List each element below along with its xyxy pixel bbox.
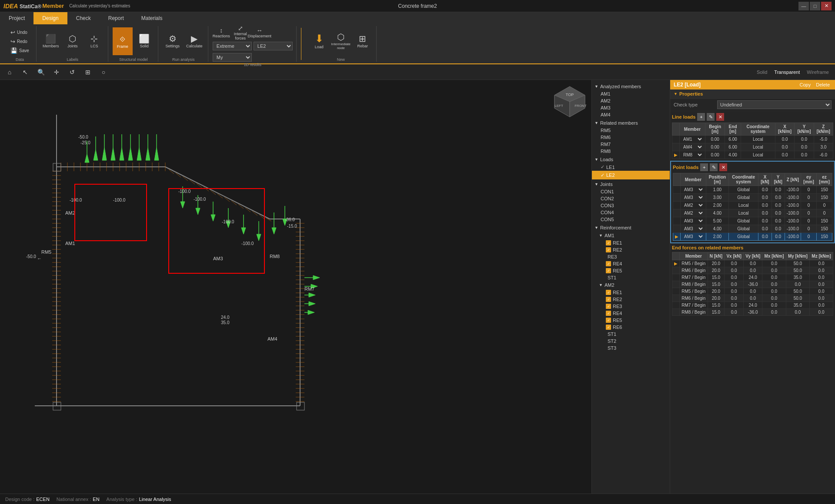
le2-dropdown[interactable]: LE2 (254, 42, 293, 50)
am1-st1[interactable]: ST1 (592, 274, 670, 281)
am1-re2[interactable]: ✓RE2 (592, 246, 670, 253)
redo-button[interactable]: ↪Redo (7, 37, 33, 46)
am2-re3[interactable]: ✓RE3 (592, 303, 670, 310)
save-button[interactable]: 💾Save (7, 46, 33, 55)
tree-item-con4[interactable]: CON4 (592, 209, 670, 216)
extreme-dropdown[interactable]: Extreme (213, 42, 252, 50)
point-loads-add-button[interactable]: + (700, 163, 708, 171)
expand-cell[interactable]: ▶ (672, 151, 680, 159)
am1-reinf-header[interactable]: ▼ AM1 (592, 232, 670, 239)
wireframe-view-button[interactable]: Wireframe (804, 69, 832, 76)
nav-cube[interactable]: TOP LEFT FRONT (552, 84, 587, 119)
tree-item-am2[interactable]: AM2 (592, 97, 670, 104)
member-select[interactable]: AM3 (682, 218, 704, 224)
member-select[interactable]: RM8 (681, 152, 703, 158)
am1-re4[interactable]: ✓RE4 (592, 260, 670, 267)
line-loads-add-button[interactable]: + (697, 113, 705, 121)
reinforcement-header[interactable]: ▼ Reinforcement (592, 224, 670, 232)
more-button[interactable]: ○ (97, 66, 110, 78)
undo-button[interactable]: ↩Undo (7, 28, 33, 36)
point-loads-edit-button[interactable]: ✎ (710, 163, 718, 171)
tree-item-am1[interactable]: AM1 (592, 90, 670, 97)
member-select[interactable]: AM4 (681, 144, 703, 150)
tab-design[interactable]: Design (33, 12, 67, 24)
members-button[interactable]: ⬛ Members (41, 27, 61, 55)
col-z: Z [kN] (785, 173, 801, 186)
structural-group-label: Structural model (119, 57, 148, 62)
maximize-button[interactable]: □ (810, 2, 820, 10)
fit-button[interactable]: ⊞ (82, 66, 94, 78)
am2-re1[interactable]: ✓RE1 (592, 289, 670, 296)
member-select[interactable]: AM2 (682, 202, 704, 208)
related-members-header[interactable]: ▼ Related members (592, 119, 670, 127)
tab-report[interactable]: Report (100, 12, 133, 24)
tree-item-con2[interactable]: CON2 (592, 195, 670, 202)
copy-button[interactable]: Copy (798, 82, 813, 87)
tab-materials[interactable]: Materials (133, 12, 171, 24)
loads-header[interactable]: ▼ Loads (592, 156, 670, 163)
tree-item-rm8[interactable]: RM8 (592, 148, 670, 155)
load-button[interactable]: ⬇ Load (309, 27, 329, 55)
joints-header[interactable]: ▼ Joints (592, 180, 670, 188)
tab-check[interactable]: Check (67, 12, 100, 24)
member-select[interactable]: AM3 (682, 234, 704, 239)
transparent-view-button[interactable]: Transparent (772, 69, 802, 76)
am2-re6[interactable]: ✓RE6 (592, 324, 670, 331)
tree-item-le1[interactable]: ✓ LE1 (592, 163, 670, 171)
line-loads-edit-button[interactable]: ✎ (707, 113, 715, 121)
calculate-button[interactable]: ▶ Calculate (184, 27, 204, 55)
solid-button[interactable]: ⬜ Solid (134, 27, 154, 55)
am1-re1[interactable]: ✓RE1 (592, 239, 670, 246)
zoom-button[interactable]: 🔍 (35, 66, 47, 78)
tree-item-con1[interactable]: CON1 (592, 188, 670, 195)
am2-st3[interactable]: ST3 (592, 345, 670, 351)
my-dropdown[interactable]: My (213, 53, 252, 62)
properties-section-title[interactable]: ▼ Properties (670, 90, 835, 99)
joints-button[interactable]: ⬡ Joints (63, 27, 83, 55)
home-button[interactable]: ⌂ (3, 66, 16, 78)
tree-item-le2[interactable]: ✓ LE2 ▶ (592, 171, 670, 179)
rebar-button[interactable]: ⊞ Rebar (353, 27, 373, 55)
cursor-button[interactable]: ↖ (19, 66, 31, 78)
frame-button[interactable]: ⟐ Frame (113, 27, 133, 55)
refresh-button[interactable]: ↺ (66, 66, 78, 78)
am2-st2[interactable]: ST2 (592, 338, 670, 345)
minimize-button[interactable]: — (798, 2, 809, 10)
line-loads-delete-button[interactable]: ✕ (716, 113, 724, 121)
analyzed-members-header[interactable]: ▼ Analyzed members (592, 83, 670, 90)
am2-re4[interactable]: ✓RE4 (592, 310, 670, 317)
point-loads-delete-button[interactable]: ✕ (719, 163, 727, 171)
am1-re3[interactable]: RE3 (592, 253, 670, 260)
tree-item-rm6[interactable]: RM6 (592, 134, 670, 141)
ribbon-group-data: ↩Undo ↪Redo 💾Save Data (3, 26, 37, 62)
intermediate-node-button[interactable]: ⬡ Intermediate node (331, 27, 351, 55)
member-select[interactable]: AM3 (682, 226, 704, 232)
am2-reinf-header[interactable]: ▼ AM2 (592, 281, 670, 289)
lcs-button[interactable]: ⊹ LCS (84, 27, 104, 55)
member-select[interactable]: AM3 (682, 195, 704, 200)
tree-item-am3[interactable]: AM3 (592, 104, 670, 111)
close-button[interactable]: ✕ (821, 2, 832, 10)
tab-project[interactable]: Project (0, 12, 33, 24)
tree-item-rm5[interactable]: RM5 (592, 127, 670, 134)
settings-button[interactable]: ⚙ Settings (163, 27, 183, 55)
member-select[interactable]: AM2 (682, 210, 704, 216)
delete-button[interactable]: Delete (814, 82, 832, 87)
member-select[interactable]: AM3 (682, 187, 704, 192)
am2-st1[interactable]: ST1 (592, 331, 670, 338)
reactions-button[interactable]: ↕ Reactions (213, 26, 230, 39)
internal-forces-button[interactable]: ⤢ Internal forces (232, 26, 249, 39)
solid-view-button[interactable]: Solid (754, 69, 770, 76)
tree-item-con3[interactable]: CON3 (592, 202, 670, 209)
am2-re5[interactable]: ✓RE5 (592, 317, 670, 324)
member-select[interactable]: AM1 (681, 136, 703, 142)
tree-item-con5[interactable]: CON5 (592, 216, 670, 223)
am2-re2[interactable]: ✓RE2 (592, 296, 670, 303)
displacement-button[interactable]: ↔ Displacement (251, 26, 268, 39)
tree-item-am4[interactable]: AM4 (592, 111, 670, 118)
check-type-select[interactable]: Undefined (717, 100, 832, 109)
viewport[interactable]: RM5 ← AM2 AM1 AM3 RM8 RM7 AM4 -50.0 -25.… (0, 80, 591, 494)
pan-button[interactable]: ✛ (50, 66, 63, 78)
am1-re5[interactable]: ✓RE5 (592, 267, 670, 274)
tree-item-rm7[interactable]: RM7 (592, 141, 670, 148)
